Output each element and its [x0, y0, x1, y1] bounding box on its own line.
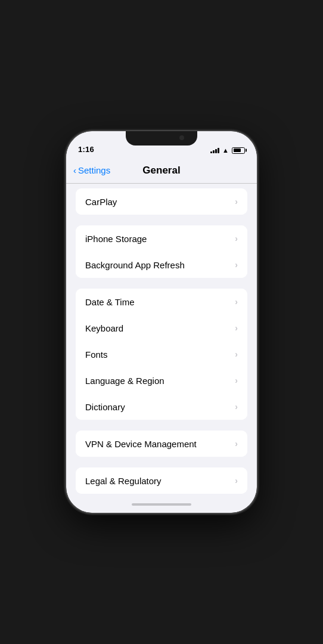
notch — [126, 131, 197, 145]
language-region-chevron-icon: › — [235, 376, 238, 385]
carplay-item[interactable]: CarPlay › — [76, 188, 247, 215]
notch-camera — [179, 135, 184, 140]
gap-2 — [66, 278, 257, 289]
phone-screen: 1:16 ▲ ‹ Settings General — [66, 131, 257, 513]
back-button[interactable]: ‹ Settings — [73, 165, 110, 175]
date-time-chevron-icon: › — [235, 297, 238, 306]
iphone-storage-label: iPhone Storage — [85, 234, 147, 244]
back-label: Settings — [78, 165, 110, 175]
legal-chevron-icon: › — [235, 476, 238, 485]
storage-group: iPhone Storage › Background App Refresh … — [76, 225, 247, 278]
signal-bar-3 — [215, 149, 217, 153]
battery-icon — [232, 147, 245, 154]
vpn-item[interactable]: VPN & Device Management › — [76, 431, 247, 457]
status-icons: ▲ — [210, 147, 245, 154]
page-title: General — [142, 165, 180, 177]
gap-3 — [66, 420, 257, 431]
signal-icon — [210, 147, 219, 153]
vpn-group: VPN & Device Management › — [76, 431, 247, 457]
gap-1 — [66, 215, 257, 225]
status-time: 1:16 — [78, 145, 94, 154]
home-indicator — [132, 503, 191, 506]
carplay-group: CarPlay › — [76, 188, 247, 215]
legal-group: Legal & Regulatory › — [76, 467, 247, 494]
status-bar: 1:16 ▲ — [66, 131, 257, 157]
keyboard-chevron-icon: › — [235, 323, 238, 333]
home-bar — [66, 496, 257, 513]
legal-label: Legal & Regulatory — [85, 476, 162, 486]
signal-bar-1 — [210, 151, 212, 153]
keyboard-label: Keyboard — [85, 323, 123, 333]
carplay-chevron-icon: › — [235, 197, 238, 206]
phone-device: 1:16 ▲ ‹ Settings General — [66, 131, 257, 513]
legal-item[interactable]: Legal & Regulatory › — [76, 467, 247, 494]
signal-bar-2 — [213, 150, 215, 153]
fonts-chevron-icon: › — [235, 349, 238, 359]
carplay-label: CarPlay — [85, 197, 117, 207]
back-chevron-icon: ‹ — [73, 165, 76, 175]
gap-4 — [66, 457, 257, 467]
vpn-label: VPN & Device Management — [85, 439, 197, 449]
dictionary-chevron-icon: › — [235, 402, 238, 411]
background-refresh-label: Background App Refresh — [85, 260, 185, 270]
wifi-icon: ▲ — [222, 147, 229, 154]
fonts-label: Fonts — [85, 349, 108, 360]
iphone-storage-chevron-icon: › — [235, 234, 238, 243]
background-refresh-item[interactable]: Background App Refresh › — [76, 252, 247, 278]
keyboard-item[interactable]: Keyboard › — [76, 315, 247, 341]
nav-bar: ‹ Settings General — [66, 157, 257, 184]
language-region-label: Language & Region — [85, 376, 164, 386]
language-region-item[interactable]: Language & Region › — [76, 367, 247, 394]
vpn-chevron-icon: › — [235, 439, 238, 448]
dictionary-label: Dictionary — [85, 402, 125, 412]
background-refresh-chevron-icon: › — [235, 260, 238, 270]
date-time-label: Date & Time — [85, 297, 135, 307]
settings-content[interactable]: CarPlay › iPhone Storage › Background Ap… — [66, 184, 257, 496]
dictionary-item[interactable]: Dictionary › — [76, 394, 247, 420]
locale-group: Date & Time › Keyboard › Fonts › Languag… — [76, 289, 247, 420]
battery-fill — [234, 148, 241, 152]
date-time-item[interactable]: Date & Time › — [76, 289, 247, 315]
signal-bar-4 — [218, 148, 219, 153]
iphone-storage-item[interactable]: iPhone Storage › — [76, 225, 247, 252]
fonts-item[interactable]: Fonts › — [76, 341, 247, 367]
